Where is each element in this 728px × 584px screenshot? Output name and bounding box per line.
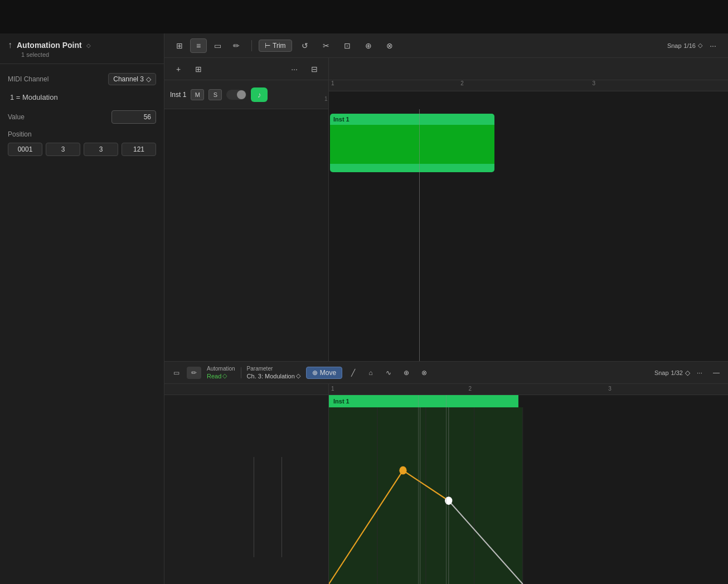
left-panel-content: MIDI Channel Channel 3 ◇ 1 = Modulation …	[0, 64, 164, 584]
list-view-button[interactable]: ≡	[190, 38, 207, 53]
auto-ruler-mark-3: 3	[608, 386, 611, 392]
track-right-region: Inst 1	[329, 109, 728, 361]
playhead-line	[419, 109, 420, 361]
midi-channel-label: MIDI Channel	[8, 75, 48, 83]
trim-button[interactable]: ⊢ Trim	[259, 40, 292, 52]
position-field-1[interactable]: 0001	[8, 143, 42, 156]
param-value[interactable]: Ch. 3: Modulation ◇	[247, 372, 300, 379]
line-tool-button[interactable]: ╱	[346, 367, 360, 379]
track-header-left: + ⊞ ··· ⊟	[164, 58, 329, 80]
track-more-button[interactable]: ···	[286, 62, 303, 76]
instrument-icon-button[interactable]: ♪	[251, 87, 268, 102]
track-controls: Inst 1 M S ♪	[164, 80, 329, 109]
brush-tool-button[interactable]: ⌂	[363, 367, 378, 379]
toolbar-separator-1	[251, 40, 252, 51]
paste-button[interactable]: ⊗	[381, 38, 398, 53]
midi-region[interactable]: Inst 1	[330, 114, 494, 172]
automation-mode-info: Automation Read ◇	[207, 366, 235, 379]
music-note-icon: ♪	[258, 90, 261, 99]
value-input[interactable]	[111, 110, 156, 124]
automation-point-chevron-icon: ◇	[86, 42, 91, 48]
add-track-button[interactable]: +	[170, 62, 187, 76]
copy-button[interactable]: ⊕	[360, 38, 377, 53]
track-toggle[interactable]	[226, 90, 246, 100]
auto-playhead-1	[418, 395, 419, 584]
auto-snap-value: 1/32	[671, 369, 683, 376]
track-extra-button[interactable]: ⊟	[306, 62, 323, 76]
automation-mode-label: Automation	[207, 366, 235, 372]
toggle-knob	[237, 90, 246, 99]
copy2-button[interactable]: ⊕	[399, 367, 414, 379]
automation-content: 1 2 3 Inst 1	[164, 384, 728, 584]
auto-playhead-2	[446, 395, 446, 584]
midi-channel-value[interactable]: Channel 3 ◇	[108, 73, 156, 85]
auto-ruler-container: 1 2 3	[164, 384, 728, 395]
trim-icon: ⊢	[265, 42, 270, 50]
automation-point-header: ↑ Automation Point ◇	[8, 40, 156, 50]
auto-mode-chevron-icon: ◇	[222, 372, 227, 379]
grid-view-button[interactable]: ⊞	[171, 38, 188, 53]
track-number: 1	[324, 96, 328, 102]
automation-toolbar: ▭ ✏ Automation Read ◇ Parameter Ch. 3:	[164, 362, 728, 384]
paste2-button[interactable]: ⊗	[417, 367, 431, 379]
rect-view-button[interactable]: ▭	[209, 38, 226, 53]
auto-snap-chevron-icon: ◇	[685, 369, 690, 377]
param-chevron-icon: ◇	[296, 372, 300, 379]
auto-region-bar: Inst 1	[329, 395, 518, 407]
position-fields: 0001 3 3 121	[8, 143, 156, 156]
auto-ruler-mark-2: 2	[469, 386, 472, 392]
mute-button[interactable]: M	[191, 89, 204, 100]
snap-chevron-icon: ◇	[698, 42, 702, 49]
auto-pencil-button[interactable]: ✏	[187, 367, 201, 379]
duplicate-track-button[interactable]: ⊞	[190, 62, 207, 76]
auto-track-right: Inst 1	[329, 395, 728, 584]
timeline-ruler: 1 2 3 1	[329, 80, 728, 109]
position-field-3[interactable]: 3	[84, 143, 118, 156]
track-name: Inst 1	[170, 91, 186, 99]
selected-count: 1 selected	[21, 51, 156, 58]
midi-channel-chevron-icon: ◇	[146, 75, 151, 83]
more-options-button[interactable]: ···	[705, 38, 721, 53]
auto-snap-info: Snap 1/32 ◇ ··· —	[654, 367, 724, 379]
curve-tool-button[interactable]: ∿	[381, 367, 396, 379]
auto-rect-button[interactable]: ▭	[169, 367, 183, 379]
bounce-button[interactable]: ⊡	[339, 38, 356, 53]
ruler-bottom: 1	[329, 91, 728, 109]
move-button[interactable]: ⊕ Move	[306, 367, 342, 379]
ruler-bar: 1 2 3	[329, 80, 728, 91]
midi-channel-row: MIDI Channel Channel 3 ◇	[8, 73, 156, 85]
ruler-mark-3: 3	[593, 80, 596, 86]
left-panel-header: ↑ Automation Point ◇ 1 selected	[0, 33, 164, 64]
track-region-area: Inst 1	[164, 109, 728, 361]
param-label: Parameter	[247, 366, 300, 372]
auto-track-container: Inst 1	[164, 395, 728, 584]
ruler-mark-2: 2	[460, 80, 464, 86]
automation-curve-svg	[329, 407, 728, 584]
modulation-label: 1 = Modulation	[8, 93, 156, 101]
ruler-mark-1: 1	[331, 80, 334, 86]
position-label: Position	[8, 130, 156, 138]
position-field-4[interactable]: 121	[122, 143, 156, 156]
position-field-2[interactable]: 3	[46, 143, 80, 156]
pencil-tool-button[interactable]: ✏	[228, 38, 245, 53]
track-controls-ruler: Inst 1 M S ♪ 1 2 3	[164, 80, 728, 109]
right-content: ⊞ ≡ ▭ ✏ ⊢ Trim ↺ ✂ ⊡ ⊕ ⊗ Snap 1/16 ◇ ···	[164, 33, 728, 584]
auto-ruler-mark-1: 1	[331, 386, 334, 392]
move-icon: ⊕	[312, 369, 318, 377]
value-label: Value	[8, 113, 25, 121]
left-panel: ↑ Automation Point ◇ 1 selected MIDI Cha…	[0, 33, 164, 584]
auto-more-button[interactable]: ···	[692, 367, 707, 379]
automation-mode-value[interactable]: Read ◇	[207, 372, 235, 379]
automation-param-info: Parameter Ch. 3: Modulation ◇	[247, 366, 300, 379]
auto-ruler-right: 1 2 3	[329, 384, 728, 395]
auto-expand-button[interactable]: —	[709, 367, 724, 379]
main-layout: ↑ Automation Point ◇ 1 selected MIDI Cha…	[0, 33, 728, 584]
loop-button[interactable]: ↺	[297, 38, 313, 53]
track-area: + ⊞ ··· ⊟ Inst 1 M S ♪	[164, 58, 728, 584]
auto-point-peak[interactable]	[400, 466, 406, 474]
solo-button[interactable]: S	[208, 89, 222, 100]
automation-area: ▭ ✏ Automation Read ◇ Parameter Ch. 3:	[164, 361, 728, 584]
back-arrow-icon[interactable]: ↑	[8, 40, 12, 50]
scissors-button[interactable]: ✂	[318, 38, 334, 53]
automation-point-title: Automation Point	[17, 41, 82, 50]
